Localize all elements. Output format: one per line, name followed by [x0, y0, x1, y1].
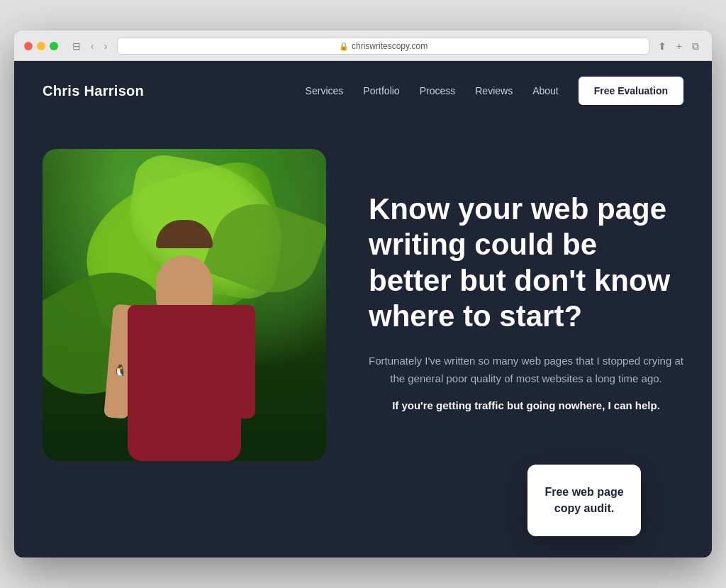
new-tab-button[interactable]: +: [674, 39, 685, 53]
website-content: Chris Harrison Services Portfolio Proces…: [14, 61, 712, 558]
close-button[interactable]: [24, 42, 33, 50]
address-bar[interactable]: 🔒 chriswritescopy.com: [117, 38, 649, 55]
nav-process[interactable]: Process: [420, 85, 456, 96]
back-button[interactable]: ‹: [88, 39, 97, 53]
lock-icon: 🔒: [339, 42, 349, 51]
browser-chrome: ⊟ ‹ › 🔒 chriswritescopy.com ⬆ + ⧉: [14, 30, 712, 61]
browser-actions: ⬆ + ⧉: [655, 39, 702, 54]
hero-bold-cta: If you're getting traffic but going nowh…: [369, 399, 683, 411]
forward-button[interactable]: ›: [101, 39, 111, 53]
windows-button[interactable]: ⧉: [689, 39, 702, 54]
nav-about[interactable]: About: [532, 85, 559, 96]
hero-text: Know your web page writing could be bett…: [369, 149, 683, 411]
sidebar-toggle-button[interactable]: ⊟: [69, 39, 84, 53]
person-hair: [156, 220, 213, 248]
free-evaluation-button[interactable]: Free Evaluation: [579, 77, 683, 105]
nav-links: Services Portfolio Process Reviews About…: [306, 77, 683, 105]
share-button[interactable]: ⬆: [655, 39, 669, 53]
hero-subtext: Fortunately I've written so many web pag…: [369, 352, 683, 388]
cta-card-text: Free web page copy audit.: [544, 486, 623, 514]
person-torso: [128, 305, 241, 461]
person-figure: 🐧: [113, 220, 255, 461]
nav-portfolio[interactable]: Portfolio: [363, 85, 399, 96]
cta-card[interactable]: Free web page copy audit.: [527, 465, 641, 536]
hero-headline: Know your web page writing could be bett…: [369, 192, 683, 335]
minimize-button[interactable]: [37, 42, 45, 50]
navbar: Chris Harrison Services Portfolio Proces…: [14, 61, 712, 121]
maximize-button[interactable]: [50, 42, 58, 50]
hero-section: 🐧 Know your web page writing could be be…: [14, 121, 712, 504]
photo-scene: 🐧: [43, 149, 326, 461]
browser-navigation: ⊟ ‹ ›: [69, 39, 110, 53]
nav-reviews[interactable]: Reviews: [475, 85, 513, 96]
brand-logo[interactable]: Chris Harrison: [43, 83, 144, 99]
traffic-lights: [24, 42, 58, 50]
browser-window: ⊟ ‹ › 🔒 chriswritescopy.com ⬆ + ⧉ Chris …: [14, 30, 712, 558]
url-text: chriswritescopy.com: [352, 41, 428, 51]
hero-photo: 🐧: [43, 149, 326, 461]
tattoo-icon: 🐧: [113, 363, 127, 379]
nav-services[interactable]: Services: [306, 85, 344, 96]
